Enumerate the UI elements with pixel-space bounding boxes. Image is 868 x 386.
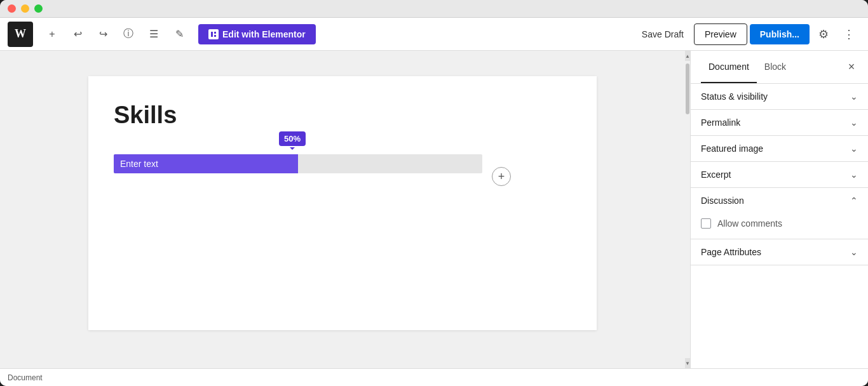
chevron-down-icon: ⌄: [850, 143, 858, 154]
section-status-visibility-title: Status & visibility: [701, 91, 768, 102]
main-layout: Skills 50% Enter text +: [0, 51, 868, 368]
allow-comments-label: Allow comments: [717, 218, 782, 229]
chevron-down-icon: ⌄: [850, 170, 858, 180]
tools-button[interactable]: ✎: [168, 23, 191, 46]
chevron-down-icon: ⌄: [850, 91, 858, 102]
sidebar-scrollbar[interactable]: ▲ ▼: [685, 51, 690, 368]
progress-bar-widget[interactable]: 50% Enter text: [114, 154, 482, 173]
minimize-button[interactable]: [21, 4, 29, 13]
pencil-icon: ✎: [175, 28, 184, 40]
redo-icon: ↪: [99, 28, 107, 40]
info-button[interactable]: ⓘ: [117, 23, 140, 46]
wp-logo: W: [8, 22, 33, 47]
section-permalink-header[interactable]: Permalink ⌄: [691, 110, 868, 135]
elementor-button-label: Edit with Elementor: [222, 29, 306, 39]
chevron-down-icon: ⌄: [850, 247, 858, 257]
editor-area[interactable]: Skills 50% Enter text +: [0, 51, 685, 368]
preview-button[interactable]: Preview: [694, 23, 747, 45]
elementor-icon: [208, 29, 219, 39]
gear-icon: ⚙: [818, 27, 829, 41]
section-status-visibility: Status & visibility ⌄: [691, 84, 868, 110]
svg-rect-0: [211, 32, 213, 37]
sidebar-tabs: Document Block ×: [691, 51, 868, 84]
scroll-down-arrow[interactable]: ▼: [685, 358, 690, 368]
section-discussion-content: Allow comments: [691, 213, 868, 239]
more-options-button[interactable]: ⋮: [837, 23, 860, 46]
right-sidebar-wrapper: ▲ ▼ Document Block ×: [685, 51, 868, 368]
sidebar-scroll[interactable]: Status & visibility ⌄ Permalink ⌄: [691, 84, 868, 368]
allow-comments-checkbox[interactable]: [701, 218, 711, 229]
section-excerpt-header[interactable]: Excerpt ⌄: [691, 162, 868, 187]
section-featured-image-header[interactable]: Featured image ⌄: [691, 136, 868, 161]
section-discussion-title: Discussion: [701, 196, 744, 206]
undo-icon: ↩: [74, 28, 82, 40]
add-block-toolbar-button[interactable]: +: [41, 23, 64, 46]
section-excerpt: Excerpt ⌄: [691, 162, 868, 188]
titlebar: [0, 0, 868, 18]
sidebar: Document Block × Status & visibility: [690, 51, 868, 368]
info-icon: ⓘ: [123, 27, 133, 41]
section-permalink-title: Permalink: [701, 117, 740, 128]
section-page-attributes-title: Page Attributes: [701, 247, 761, 257]
section-page-attributes-header[interactable]: Page Attributes ⌄: [691, 239, 868, 265]
redo-button[interactable]: ↪: [92, 23, 114, 46]
toolbar: W + ↩ ↪ ⓘ ☰ ✎ Edit with Elementor Save D…: [0, 18, 868, 51]
edit-with-elementor-button[interactable]: Edit with Elementor: [198, 24, 316, 44]
section-page-attributes: Page Attributes ⌄: [691, 239, 868, 265]
allow-comments-row: Allow comments: [701, 218, 858, 229]
section-featured-image-title: Featured image: [701, 143, 763, 154]
list-view-button[interactable]: ☰: [142, 23, 165, 46]
progress-tooltip: 50%: [279, 131, 306, 146]
kebab-icon: ⋮: [843, 27, 855, 41]
section-featured-image: Featured image ⌄: [691, 136, 868, 162]
sidebar-close-button[interactable]: ×: [843, 58, 860, 76]
plus-icon: +: [49, 29, 55, 40]
maximize-button[interactable]: [34, 4, 43, 13]
svg-rect-1: [214, 32, 216, 34]
scroll-thumb-area[interactable]: [685, 61, 690, 358]
wp-logo-letter: W: [15, 27, 26, 41]
scroll-up-arrow[interactable]: ▲: [685, 51, 690, 61]
progress-fill-text: Enter text: [120, 159, 158, 169]
statusbar: Document: [0, 368, 868, 386]
circle-plus-icon: +: [498, 170, 505, 183]
list-icon: ☰: [149, 28, 158, 40]
progress-fill: Enter text: [114, 154, 298, 173]
section-discussion: Discussion ⌃ Allow comments: [691, 188, 868, 239]
tab-block[interactable]: Block: [757, 51, 794, 83]
page-content: Skills 50% Enter text +: [88, 76, 597, 330]
add-block-inline-button[interactable]: +: [492, 167, 511, 186]
chevron-up-icon: ⌃: [850, 196, 858, 206]
app-window: W + ↩ ↪ ⓘ ☰ ✎ Edit with Elementor Save D…: [0, 0, 868, 386]
statusbar-label: Document: [8, 373, 43, 382]
section-discussion-header[interactable]: Discussion ⌃: [691, 188, 868, 213]
page-title: Skills: [114, 102, 571, 129]
chevron-down-icon: ⌄: [850, 117, 858, 128]
scroll-thumb: [686, 63, 689, 114]
section-status-visibility-header[interactable]: Status & visibility ⌄: [691, 84, 868, 109]
settings-button[interactable]: ⚙: [812, 23, 835, 46]
close-icon: ×: [848, 60, 855, 74]
undo-button[interactable]: ↩: [66, 23, 89, 46]
svg-rect-2: [214, 35, 216, 37]
section-excerpt-title: Excerpt: [701, 170, 731, 180]
publish-button[interactable]: Publish...: [750, 24, 810, 44]
section-permalink: Permalink ⌄: [691, 110, 868, 136]
progress-track: Enter text: [114, 154, 482, 173]
save-draft-button[interactable]: Save Draft: [634, 24, 691, 44]
tab-document[interactable]: Document: [701, 51, 757, 83]
close-button[interactable]: [8, 4, 16, 13]
